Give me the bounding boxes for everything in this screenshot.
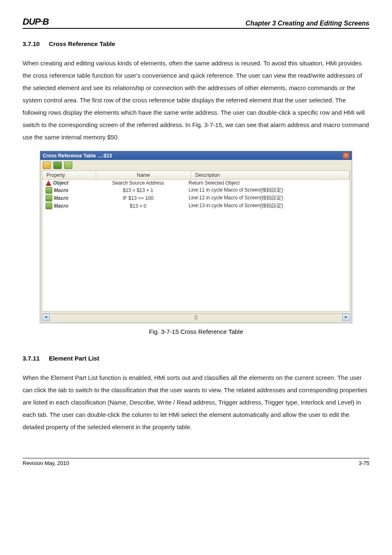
row-name: $13 = $13 + 1 bbox=[95, 187, 181, 193]
chapter-title: Chapter 3 Creating and Editing Screens bbox=[246, 20, 369, 27]
row-property: Macro bbox=[54, 195, 68, 201]
close-icon[interactable]: × bbox=[343, 153, 349, 159]
tree-icon[interactable] bbox=[53, 162, 62, 169]
section-title: Element Part List bbox=[49, 355, 99, 362]
list-row[interactable]: Macro $13 = 0 Line:13 in cycle Macro of … bbox=[42, 202, 350, 210]
section-number: 3.7.11 bbox=[23, 355, 40, 362]
macro-icon bbox=[46, 195, 52, 201]
list-row[interactable]: Macro $13 = $13 + 1 Line:11 in cycle Mac… bbox=[42, 186, 350, 194]
macro-icon bbox=[46, 203, 52, 209]
row-name: IF $13 == 100 bbox=[95, 195, 181, 201]
column-header-name[interactable]: Name bbox=[96, 171, 191, 179]
detail-icon[interactable] bbox=[64, 162, 72, 169]
horizontal-scrollbar[interactable]: ◄ ► bbox=[42, 313, 350, 321]
logo: DUP·B bbox=[23, 16, 48, 27]
section2-paragraph: When the Element Part List function is e… bbox=[23, 372, 369, 433]
row-description: Return Selected Object bbox=[181, 180, 350, 186]
list-row[interactable]: Object Search Source Address Return Sele… bbox=[42, 180, 350, 186]
scroll-track[interactable] bbox=[50, 314, 342, 321]
page-header: DUP·B Chapter 3 Creating and Editing Scr… bbox=[23, 16, 369, 29]
column-header-description[interactable]: Description bbox=[191, 171, 350, 179]
macro-icon bbox=[46, 187, 52, 194]
list-header[interactable]: Property Name Description bbox=[42, 171, 350, 180]
row-property: Object bbox=[53, 180, 68, 186]
row-property: Macro bbox=[54, 187, 68, 193]
section-title: Cross Reference Table bbox=[49, 40, 115, 47]
cross-reference-window: Cross Reference Table …:$13 × Property N… bbox=[40, 151, 352, 323]
row-property: Macro bbox=[54, 203, 68, 209]
row-description: Line:12 in cycle Macro of Screen{按鈕設定} bbox=[181, 194, 350, 201]
section-heading-2: 3.7.11 Element Part List bbox=[23, 355, 369, 362]
list-view[interactable]: Property Name Description Object Search … bbox=[42, 171, 350, 312]
figure-caption: Fig. 3-7-15 Cross Reference Table bbox=[40, 328, 352, 335]
scroll-grip-icon bbox=[194, 315, 198, 320]
page-footer: Revision May, 2010 3-75 bbox=[23, 458, 369, 466]
footer-page-number: 3-75 bbox=[359, 460, 369, 466]
section1-paragraph: When creating and editing various kinds … bbox=[23, 57, 369, 143]
row-name: $13 = 0 bbox=[95, 203, 181, 209]
open-icon[interactable] bbox=[43, 162, 51, 169]
footer-revision: Revision May, 2010 bbox=[23, 460, 69, 466]
scroll-right-icon[interactable]: ► bbox=[342, 314, 350, 321]
row-description: Line:13 in cycle Macro of Screen{按鈕設定} bbox=[181, 202, 350, 209]
scroll-left-icon[interactable]: ◄ bbox=[42, 314, 50, 321]
row-name: Search Source Address bbox=[95, 180, 181, 186]
column-header-property[interactable]: Property bbox=[42, 171, 96, 179]
object-icon bbox=[46, 180, 51, 186]
list-body: Object Search Source Address Return Sele… bbox=[42, 180, 350, 311]
window-titlebar[interactable]: Cross Reference Table …:$13 × bbox=[40, 151, 352, 160]
window-title: Cross Reference Table …:$13 bbox=[43, 153, 112, 159]
row-description: Line:11 in cycle Macro of Screen{按鈕設定} bbox=[181, 187, 350, 194]
list-row[interactable]: Macro IF $13 == 100 Line:12 in cycle Mac… bbox=[42, 194, 350, 202]
window-toolbar bbox=[40, 160, 352, 171]
section-heading-1: 3.7.10 Cross Reference Table bbox=[23, 40, 369, 47]
section-number: 3.7.10 bbox=[23, 40, 40, 47]
